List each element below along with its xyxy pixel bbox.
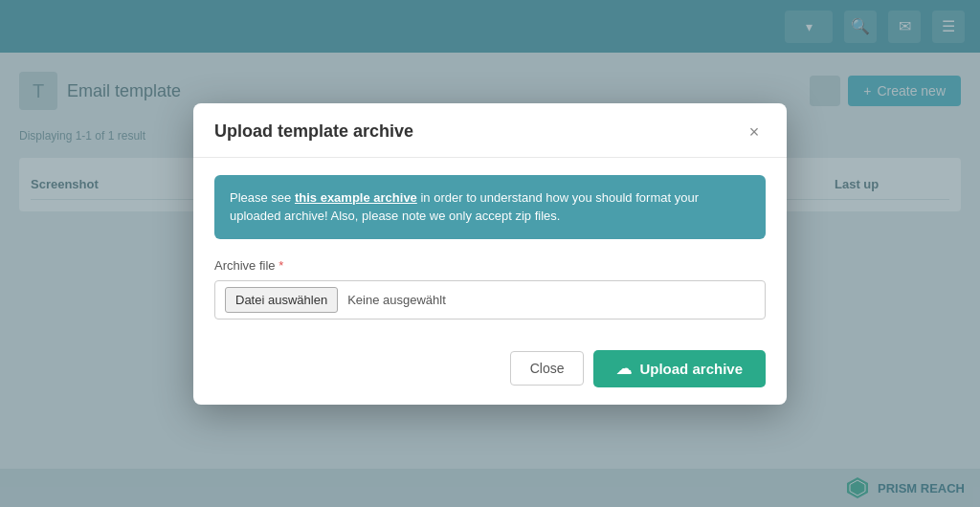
file-choose-button[interactable]: Datei auswählen [225,287,338,313]
upload-modal: Upload template archive × Please see thi… [193,103,787,405]
file-input-wrapper: Datei auswählen Keine ausgewählt [214,280,766,320]
label-text: Archive file [214,258,276,273]
info-text-before: Please see [230,190,295,205]
upload-icon: ☁ [616,360,632,378]
upload-button-label: Upload archive [639,361,743,377]
modal-header: Upload template archive × [193,103,787,158]
modal-footer: Close ☁ Upload archive [193,337,787,405]
example-archive-link[interactable]: this example archive [295,190,417,205]
modal-title: Upload template archive [214,121,413,142]
file-name-display: Keine ausgewählt [347,293,446,307]
upload-archive-button[interactable]: ☁ Upload archive [593,350,766,387]
required-indicator: * [278,258,283,273]
close-modal-button[interactable]: Close [510,351,585,386]
archive-file-label: Archive file * [214,258,766,273]
modal-body: Please see this example archive in order… [193,158,787,337]
modal-overlay: Upload template archive × Please see thi… [0,0,980,507]
modal-close-button[interactable]: × [743,121,766,143]
info-box: Please see this example archive in order… [214,175,766,239]
